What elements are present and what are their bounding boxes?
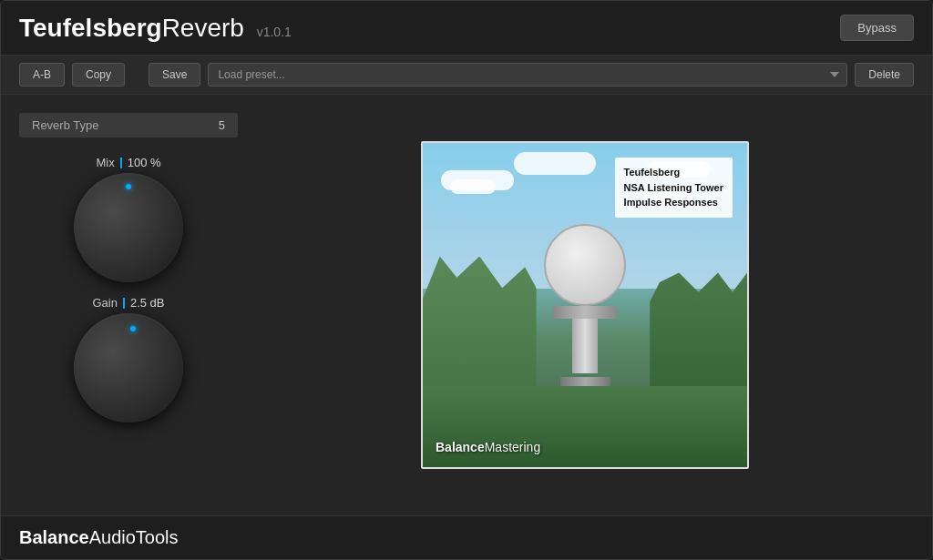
ab-button[interactable]: A-B (19, 63, 65, 87)
delete-button[interactable]: Delete (855, 63, 914, 87)
toolbar: A-B Copy Save Load preset... Delete (1, 56, 932, 95)
cloud5 (514, 152, 596, 175)
reverb-type-label: Reverb Type (32, 118, 98, 132)
preset-select[interactable]: Load preset... (208, 63, 847, 87)
tower-body (572, 319, 598, 373)
header: TeufelsbergReverb v1.0.1 Bypass (1, 1, 932, 56)
album-brand: BalanceMastering (436, 440, 540, 454)
tower (544, 224, 626, 386)
save-button[interactable]: Save (149, 63, 200, 87)
footer-brand-light: AudioTools (89, 527, 179, 547)
mix-knob-dot (126, 184, 131, 189)
left-panel: Reverb Type 5 Mix 100 % (19, 113, 238, 497)
main-content: Reverb Type 5 Mix 100 % (1, 95, 932, 515)
plugin-window: TeufelsbergReverb v1.0.1 Bypass A-B Copy… (0, 0, 933, 560)
mix-knob-group: Mix 100 % (74, 156, 183, 282)
footer-brand: BalanceAudioTools (19, 527, 179, 548)
tower-dome (544, 224, 626, 306)
gain-knob-outer[interactable] (74, 313, 183, 423)
footer: BalanceAudioTools (1, 515, 932, 559)
album-line1: Teufelsberg (624, 165, 723, 180)
version-label: v1.0.1 (257, 25, 292, 39)
album-text-top: Teufelsberg NSA Listening Tower Impulse … (615, 158, 733, 218)
mix-knob-outer[interactable] (74, 173, 183, 282)
plugin-title: TeufelsbergReverb v1.0.1 (19, 14, 292, 43)
gain-knob-group: Gain 2.5 dB (74, 296, 183, 423)
reverb-type-control[interactable]: Reverb Type 5 (19, 113, 238, 137)
right-panel: Teufelsberg NSA Listening Tower Impulse … (256, 113, 914, 497)
title-bold: Teufelsberg (19, 14, 162, 42)
album-art: Teufelsberg NSA Listening Tower Impulse … (421, 141, 749, 469)
tower-platform2 (560, 377, 610, 386)
title-light: Reverb (162, 14, 244, 42)
copy-button[interactable]: Copy (72, 63, 125, 87)
footer-brand-bold: Balance (19, 527, 89, 547)
cloud2 (450, 179, 496, 194)
album-brand-light: Mastering (485, 440, 540, 454)
album-art-inner: Teufelsberg NSA Listening Tower Impulse … (423, 143, 747, 467)
ground (423, 386, 747, 467)
mix-knob[interactable] (74, 173, 183, 282)
tower-platform1 (553, 306, 617, 319)
bypass-button[interactable]: Bypass (840, 15, 914, 41)
album-line2: NSA Listening Tower (624, 180, 723, 196)
album-line3: Impulse Responses (624, 195, 723, 210)
album-brand-bold: Balance (436, 440, 485, 454)
gain-knob[interactable] (74, 313, 183, 423)
knobs-wrapper: Mix 100 % (74, 156, 183, 423)
reverb-type-value: 5 (219, 118, 225, 132)
gain-knob-dot (130, 326, 136, 331)
